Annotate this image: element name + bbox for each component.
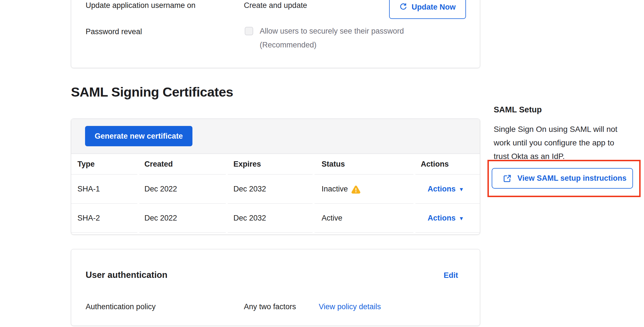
generate-certificate-button[interactable]: Generate new certificate [85,126,192,146]
table-row-sha1: SHA-1 Dec 2022 Dec 2032 Inactive Actions… [71,175,480,204]
edit-link[interactable]: Edit [444,271,458,280]
description-line: trust Okta as an IdP. [494,150,617,163]
cert-created: Dec 2022 [139,175,226,204]
cert-status: Inactive [315,175,413,204]
cert-status: Active [315,204,413,233]
cert-type: SHA-1 [71,175,137,204]
description-line: Single Sign On using SAML will not [494,123,617,136]
update-username-value: Create and update [244,1,307,10]
view-policy-details-link[interactable]: View policy details [319,302,381,311]
certificates-panel: Generate new certificate Type Created Ex… [71,119,480,235]
checkbox-label: Allow users to securely see their passwo… [260,27,404,36]
refresh-icon [399,3,407,11]
saml-instructions-label: View SAML setup instructions [517,174,626,183]
update-now-button[interactable]: Update Now [389,0,466,19]
password-reveal-checkbox[interactable] [245,27,253,35]
saml-setup-title: SAML Setup [494,105,542,114]
certificates-table: Type Created Expires Status Actions SHA-… [71,154,480,234]
actions-dropdown[interactable]: Actions ▼ [428,185,464,193]
status-text: Active [322,214,342,223]
column-header-type: Type [71,154,137,175]
cert-expires: Dec 2032 [228,175,313,204]
actions-label: Actions [428,185,456,193]
view-saml-setup-instructions-button[interactable]: View SAML setup instructions [492,168,633,189]
cert-expires: Dec 2032 [228,204,313,233]
column-header-actions: Actions [415,154,480,175]
cert-actions-cell: Actions ▼ [415,175,480,204]
app-settings-panel: Update application username on Create an… [71,0,480,68]
description-line: work until you configure the app to [494,136,617,150]
table-header-row: Type Created Expires Status Actions [71,154,480,175]
status-text: Inactive [322,185,348,193]
update-now-label: Update Now [411,3,456,12]
external-link-icon [503,174,511,183]
column-header-expires: Expires [228,154,313,175]
cert-actions-cell: Actions ▼ [415,204,480,233]
password-reveal-label: Password reveal [86,27,142,36]
table-row-sha2: SHA-2 Dec 2022 Dec 2032 Active Actions ▼ [71,204,480,233]
user-authentication-title: User authentication [86,270,167,280]
page-title: SAML Signing Certificates [71,84,233,100]
checkbox-note: (Recommended) [260,40,316,49]
user-authentication-panel: User authentication Edit Authentication … [71,249,480,326]
saml-setup-description: Single Sign On using SAML will not work … [494,123,617,163]
column-header-created: Created [139,154,226,175]
update-username-label: Update application username on [86,1,196,10]
actions-label: Actions [428,214,456,223]
actions-dropdown[interactable]: Actions ▼ [428,214,464,223]
cert-created: Dec 2022 [139,204,226,233]
certificates-toolbar: Generate new certificate [71,119,480,154]
column-header-status: Status [315,154,413,175]
authentication-policy-value: Any two factors [244,302,296,311]
cert-type: SHA-2 [71,204,137,233]
authentication-policy-label: Authentication policy [86,302,156,311]
chevron-down-icon: ▼ [459,186,464,193]
warning-icon [352,186,360,194]
chevron-down-icon: ▼ [459,215,464,222]
